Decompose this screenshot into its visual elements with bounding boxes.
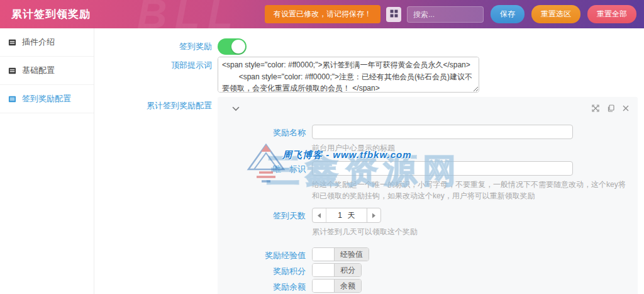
field-label: 签到奖励 bbox=[94, 38, 218, 55]
field-label: 唯一标识 bbox=[218, 161, 312, 201]
days-unit: 天 bbox=[348, 210, 355, 221]
exp-addon: 经验值 bbox=[334, 248, 369, 261]
field-label: 顶部提示词 bbox=[94, 57, 218, 93]
helper-text: 累计签到几天可以领取这个奖励 bbox=[312, 226, 629, 237]
search-input[interactable] bbox=[407, 6, 484, 23]
apps-icon bbox=[390, 9, 398, 20]
list-icon bbox=[8, 95, 16, 103]
reward-panel-header bbox=[218, 101, 629, 115]
reward-balance-row: 奖励余额 余额 bbox=[218, 279, 629, 293]
sidebar-item-label: 基础配置 bbox=[22, 65, 55, 76]
config-form: 签到奖励 顶部提示词 <span style="color: #ff0000;"… bbox=[94, 28, 644, 294]
sidebar-item-basic-config[interactable]: 基础配置 bbox=[0, 57, 94, 85]
reward-name-row: 奖励名称 前台用户中心显示的标题 bbox=[218, 125, 629, 154]
sidebar-item-plugin-intro[interactable]: 插件介绍 bbox=[0, 28, 94, 57]
list-icon bbox=[8, 67, 16, 75]
field-label: 累计签到奖励配置 bbox=[94, 97, 218, 294]
header-controls: 有设置已修改，请记得保存！ 保存 重置选区 重置全部 bbox=[265, 5, 638, 23]
move-icon[interactable] bbox=[592, 105, 599, 112]
field-label: 奖励积分 bbox=[218, 263, 312, 277]
signin-reward-toggle[interactable] bbox=[218, 38, 247, 55]
stepper-decrement-button[interactable] bbox=[313, 208, 326, 222]
unique-key-row: 唯一标识 给这个奖励起一个唯一的标识，小写字母，不要重复，一般情况下不需要随意改… bbox=[218, 161, 629, 201]
plugin-config-page: BLL 累计签到领奖励 有设置已修改，请记得保存！ 保存 重置选区 重置全部 插… bbox=[0, 0, 644, 294]
stepper-increment-button[interactable] bbox=[367, 208, 380, 222]
reward-balance-input[interactable] bbox=[313, 280, 334, 292]
reward-points-input[interactable] bbox=[313, 264, 334, 276]
signin-reward-row: 签到奖励 bbox=[94, 38, 644, 55]
days-number: 1 bbox=[338, 211, 342, 220]
triangle-right-icon bbox=[372, 210, 376, 221]
cumulative-reward-row: 累计签到奖励配置 bbox=[94, 97, 644, 294]
signin-days-row: 签到天数 1 天 bbox=[218, 208, 629, 237]
header-watermark: BLL bbox=[137, 0, 240, 28]
toggle-knob bbox=[231, 40, 245, 54]
reset-selection-button[interactable]: 重置选区 bbox=[531, 5, 580, 23]
unsaved-changes-badge: 有设置已修改，请记得保存！ bbox=[265, 5, 380, 23]
close-icon[interactable] bbox=[623, 105, 629, 111]
copy-icon[interactable] bbox=[608, 105, 614, 112]
page-body: 插件介绍 基础配置 签到奖励配置 签到奖励 bbox=[0, 28, 644, 294]
reward-name-input[interactable] bbox=[312, 125, 573, 139]
reward-points-row: 奖励积分 积分 bbox=[218, 263, 629, 277]
top-prompt-textarea[interactable]: <span style="color: #ff0000;">累计签到满一年可获得… bbox=[218, 57, 479, 93]
points-addon: 积分 bbox=[334, 264, 361, 276]
field-label: 奖励经验值 bbox=[218, 247, 312, 261]
field-label: 签到天数 bbox=[218, 208, 312, 237]
unique-key-input[interactable] bbox=[312, 161, 573, 176]
sidebar-item-label: 插件介绍 bbox=[22, 37, 55, 48]
reward-exp-row: 奖励经验值 经验值 bbox=[218, 247, 629, 261]
triangle-left-icon bbox=[317, 210, 321, 221]
chevron-down-icon bbox=[232, 103, 240, 114]
reward-item-panel: 奖励名称 前台用户中心显示的标题 唯一标识 给这个奖励起一个唯一的标识，小写字母… bbox=[218, 97, 638, 294]
reset-all-button[interactable]: 重置全部 bbox=[587, 5, 636, 23]
top-prompt-row: 顶部提示词 <span style="color: #ff0000;">累计签到… bbox=[94, 57, 644, 93]
helper-text: 给这个奖励起一个唯一的标识，小写字母，不要重复，一般情况下不需要随意改动，这个k… bbox=[312, 179, 629, 201]
collapse-button[interactable] bbox=[232, 103, 240, 114]
header-bar: BLL 累计签到领奖励 有设置已修改，请记得保存！ 保存 重置选区 重置全部 bbox=[0, 0, 644, 28]
reward-exp-input[interactable] bbox=[313, 248, 334, 261]
reward-panel-actions bbox=[592, 105, 629, 112]
signin-days-stepper: 1 天 bbox=[312, 208, 381, 223]
balance-addon: 余额 bbox=[334, 280, 361, 292]
field-label: 奖励余额 bbox=[218, 279, 312, 293]
signin-days-value[interactable]: 1 天 bbox=[326, 208, 367, 222]
helper-text: 前台用户中心显示的标题 bbox=[312, 142, 629, 154]
field-label: 奖励名称 bbox=[218, 125, 312, 154]
list-icon bbox=[8, 38, 16, 47]
sidebar-item-signin-reward-config[interactable]: 签到奖励配置 bbox=[0, 85, 94, 113]
apps-button[interactable] bbox=[386, 7, 401, 22]
reward-panel-fields: 奖励名称 前台用户中心显示的标题 唯一标识 给这个奖励起一个唯一的标识，小写字母… bbox=[218, 125, 629, 294]
sidebar: 插件介绍 基础配置 签到奖励配置 bbox=[0, 28, 94, 294]
save-button[interactable]: 保存 bbox=[491, 5, 525, 23]
page-title: 累计签到领奖励 bbox=[11, 7, 91, 21]
sidebar-item-label: 签到奖励配置 bbox=[22, 93, 71, 105]
